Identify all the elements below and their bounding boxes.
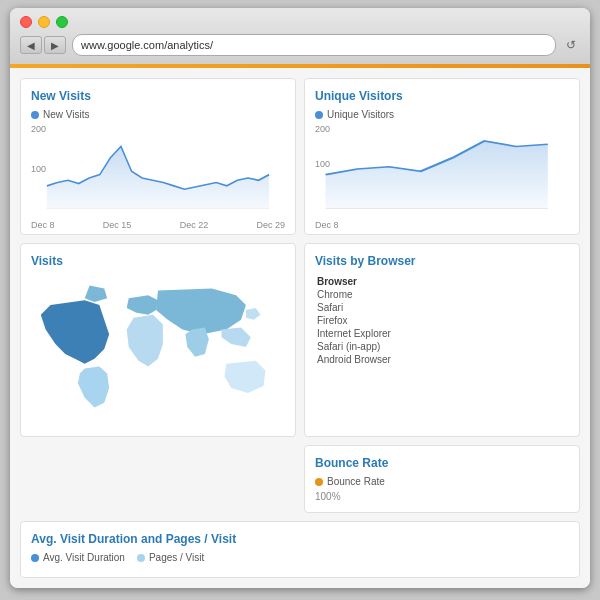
unique-visitors-dot <box>315 111 323 119</box>
browser-ie: Internet Explorer <box>317 328 567 339</box>
visits-by-browser-card: Visits by Browser Browser Chrome Safari … <box>304 243 580 437</box>
bounce-rate-legend: Bounce Rate <box>315 476 569 487</box>
table-row: Android Browser <box>317 354 567 365</box>
europe <box>127 295 158 315</box>
new-visits-title: New Visits <box>31 89 285 103</box>
pages-visit-legend: Pages / Visit <box>137 552 204 563</box>
australia <box>224 361 265 393</box>
y-label-100: 100 <box>31 164 46 174</box>
unique-visitors-svg <box>315 124 569 214</box>
new-visits-card: New Visits New Visits 200 100 <box>20 78 296 235</box>
title-bar: ◀ ▶ www.google.com/analytics/ ↺ <box>10 8 590 64</box>
back-button[interactable]: ◀ <box>20 36 42 54</box>
africa <box>127 315 163 367</box>
reload-button[interactable]: ↺ <box>562 36 580 54</box>
visits-map-card: Visits <box>20 243 296 437</box>
south-america <box>78 367 109 408</box>
unique-visitors-legend: Unique Visitors <box>315 109 569 120</box>
x-label-dec8: Dec 8 <box>31 220 55 230</box>
unique-visitors-chart: 200 100 Dec 8 <box>315 124 569 224</box>
table-row: Firefox <box>317 315 567 326</box>
table-row: Safari (in-app) <box>317 341 567 352</box>
uv-area <box>326 141 548 209</box>
bounce-rate-card: Bounce Rate Bounce Rate 100% <box>304 445 580 513</box>
bounce-rate-value: 100% <box>315 491 569 502</box>
world-map-svg <box>31 274 285 424</box>
uv-y-label-100: 100 <box>315 159 330 169</box>
traffic-lights <box>20 16 580 28</box>
avg-visit-title: Avg. Visit Duration and Pages / Visit <box>31 532 569 546</box>
uv-x-labels: Dec 8 <box>315 220 569 230</box>
browser-column-header: Browser <box>317 276 567 287</box>
table-row: Chrome <box>317 289 567 300</box>
new-visits-chart: 200 100 Dec <box>31 124 285 224</box>
new-visits-area <box>47 147 269 209</box>
x-label-dec22: Dec 22 <box>180 220 209 230</box>
browser-window: ◀ ▶ www.google.com/analytics/ ↺ New Visi… <box>10 8 590 588</box>
visits-by-browser-title: Visits by Browser <box>315 254 569 268</box>
unique-visitors-card: Unique Visitors Unique Visitors 200 100 <box>304 78 580 235</box>
browser-firefox: Firefox <box>317 315 567 326</box>
table-row: Internet Explorer <box>317 328 567 339</box>
browser-table: Browser Chrome Safari Firefox Internet E… <box>315 274 569 367</box>
url-bar[interactable]: www.google.com/analytics/ <box>72 34 556 56</box>
new-visits-legend: New Visits <box>31 109 285 120</box>
uv-x-label-dec8: Dec 8 <box>315 220 339 230</box>
browser-safari: Safari <box>317 302 567 313</box>
browser-safari-inapp: Safari (in-app) <box>317 341 567 352</box>
avg-visit-card: Avg. Visit Duration and Pages / Visit Av… <box>20 521 580 578</box>
uv-y-label-200: 200 <box>315 124 330 134</box>
japan <box>246 308 261 320</box>
browser-android: Android Browser <box>317 354 567 365</box>
url-text: www.google.com/analytics/ <box>81 39 213 51</box>
unique-visitors-title: Unique Visitors <box>315 89 569 103</box>
visits-map-title: Visits <box>31 254 285 268</box>
table-row: Safari <box>317 302 567 313</box>
y-label-200: 200 <box>31 124 46 134</box>
new-visits-x-labels: Dec 8 Dec 15 Dec 22 Dec 29 <box>31 220 285 230</box>
new-visits-svg <box>31 124 285 214</box>
map-container <box>31 274 285 434</box>
avg-visit-legend-row: Avg. Visit Duration Pages / Visit <box>31 552 569 567</box>
browser-table-header: Browser <box>317 276 567 287</box>
se-asia <box>222 328 251 348</box>
main-content: New Visits New Visits 200 100 <box>10 68 590 588</box>
bounce-rate-title: Bounce Rate <box>315 456 569 470</box>
bounce-rate-dot <box>315 478 323 486</box>
url-bar-row: ◀ ▶ www.google.com/analytics/ ↺ <box>20 34 580 56</box>
nav-buttons: ◀ ▶ <box>20 36 66 54</box>
north-america <box>41 300 109 364</box>
greenland <box>85 286 107 303</box>
x-label-dec29: Dec 29 <box>256 220 285 230</box>
close-button[interactable] <box>20 16 32 28</box>
browser-chrome: Chrome <box>317 289 567 300</box>
maximize-button[interactable] <box>56 16 68 28</box>
new-visits-dot <box>31 111 39 119</box>
india <box>185 328 208 357</box>
asia <box>156 288 246 334</box>
avg-duration-dot <box>31 554 39 562</box>
forward-button[interactable]: ▶ <box>44 36 66 54</box>
minimize-button[interactable] <box>38 16 50 28</box>
pages-visit-dot <box>137 554 145 562</box>
avg-duration-legend: Avg. Visit Duration <box>31 552 125 563</box>
x-label-dec15: Dec 15 <box>103 220 132 230</box>
